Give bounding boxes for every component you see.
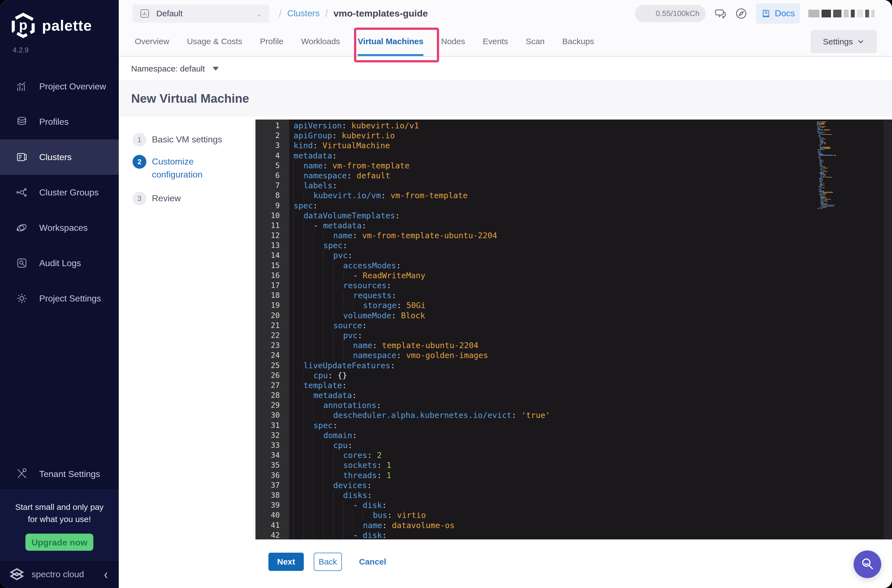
line-number: 3 (255, 141, 289, 150)
line-number: 34 (255, 450, 289, 460)
step-label: Basic VM settings (152, 133, 222, 147)
code-line: 11- metadata: (255, 220, 892, 231)
tab-backups[interactable]: Backups (562, 27, 594, 56)
upgrade-now-button[interactable]: Upgrade now (26, 534, 93, 551)
wizard-footer: Next Back Cancel (269, 553, 388, 571)
tab-nodes[interactable]: Nodes (441, 27, 465, 56)
line-number: 36 (255, 470, 289, 480)
compass-icon[interactable] (735, 7, 748, 20)
code-line: 33cpu: (255, 440, 892, 450)
sidebar-item-project-overview[interactable]: Project Overview (0, 69, 119, 104)
code-line: 17resources: (255, 280, 892, 290)
sidebar-item-workspaces[interactable]: Workspaces (0, 210, 119, 245)
yaml-code: 1apiVersion: kubevirt.io/v12apiGroup: ku… (255, 121, 892, 539)
step-number: 2 (132, 155, 146, 169)
editor-scrollbar[interactable] (884, 120, 892, 539)
code-line: 10dataVolumeTemplates: (255, 211, 892, 220)
line-number: 27 (255, 380, 289, 390)
tab-overview[interactable]: Overview (135, 27, 169, 56)
sidebar-item-tenant-settings[interactable]: Tenant Settings (0, 459, 119, 489)
step-number: 3 (132, 192, 146, 206)
breadcrumb-separator: / (325, 8, 328, 20)
back-button[interactable]: Back (314, 553, 342, 571)
code-line: 15accessModes: (255, 261, 892, 270)
code-line: 6namespace: default (255, 171, 892, 180)
next-button[interactable]: Next (269, 553, 304, 571)
code-line: 41name: datavolume-os (255, 520, 892, 530)
book-icon (761, 9, 771, 18)
search-icon (860, 556, 875, 572)
workspaces-icon (15, 221, 28, 234)
tab-profile[interactable]: Profile (260, 27, 283, 56)
tab-usage-costs[interactable]: Usage & Costs (187, 27, 242, 56)
code-line: 7labels: (255, 180, 892, 190)
namespace-bar: Namespace: default (119, 57, 892, 81)
settings-button[interactable]: Settings (811, 30, 877, 53)
tab-scan[interactable]: Scan (526, 27, 545, 56)
sidebar-item-cluster-groups[interactable]: Cluster Groups (0, 175, 119, 210)
tab-workloads[interactable]: Workloads (301, 27, 340, 56)
project-selector-value: Default (156, 9, 256, 18)
wizard-step-3[interactable]: 3Review (132, 192, 255, 206)
breadcrumb: / Clusters / vmo-templates-guide (279, 0, 428, 27)
line-number: 9 (255, 201, 289, 211)
project-selector[interactable]: Default ⌄ (132, 4, 269, 22)
sidebar-item-profiles[interactable]: Profiles (0, 104, 119, 140)
sidebar-item-clusters[interactable]: Clusters (0, 140, 119, 175)
docs-button-label: Docs (775, 8, 795, 18)
code-line: 35sockets: 1 (255, 460, 892, 470)
tab-virtual-machines[interactable]: Virtual Machines (357, 27, 423, 56)
line-number: 28 (255, 390, 289, 400)
code-line: 8kubevirt.io/vm: vm-from-template (255, 190, 892, 200)
line-number: 33 (255, 440, 289, 450)
sidebar-item-label: Workspaces (39, 223, 87, 233)
cancel-button[interactable]: Cancel (357, 557, 388, 567)
sidebar-item-project-settings[interactable]: Project Settings (0, 281, 119, 316)
brand-logo: p palette (0, 0, 119, 38)
chart-icon (15, 80, 28, 93)
line-number: 42 (255, 530, 289, 539)
tenant-settings-label: Tenant Settings (39, 469, 100, 479)
line-number: 18 (255, 290, 289, 300)
page-header: New Virtual Machine (119, 81, 892, 116)
sidebar-menu: Project OverviewProfilesClustersCluster … (0, 69, 119, 316)
chat-icon[interactable] (714, 7, 727, 20)
layers-icon (15, 116, 28, 128)
code-line: 4metadata: (255, 151, 892, 160)
sidebar-item-label: Cluster Groups (39, 188, 99, 198)
code-line: 25liveUpdateFeatures: (255, 360, 892, 370)
code-line: 30descheduler.alpha.kubernetes.io/evict:… (255, 410, 892, 420)
project-icon (139, 8, 150, 19)
breadcrumb-clusters-link[interactable]: Clusters (287, 8, 320, 18)
code-line: 3kind: VirtualMachine (255, 141, 892, 150)
code-line: 39- disk: (255, 500, 892, 510)
clusters-icon (15, 151, 28, 164)
code-line: 18requests: (255, 290, 892, 300)
wizard-step-1[interactable]: 1Basic VM settings (132, 133, 255, 147)
yaml-editor[interactable]: 1apiVersion: kubevirt.io/v12apiGroup: ku… (255, 120, 892, 539)
sidebar-item-audit-logs[interactable]: Audit Logs (0, 245, 119, 281)
breadcrumb-separator: / (279, 8, 282, 20)
audit-icon (15, 257, 28, 269)
spectro-cloud-logo-icon (8, 566, 26, 583)
code-line: 14pvc: (255, 250, 892, 260)
line-number: 16 (255, 270, 289, 280)
editor-minimap[interactable] (817, 121, 853, 209)
code-line: 42- disk: (255, 530, 892, 539)
page-title: New Virtual Machine (131, 92, 249, 105)
line-number: 31 (255, 420, 289, 430)
usage-quota-badge: 0.55/100kCh (635, 5, 706, 22)
search-fab-button[interactable] (854, 550, 881, 578)
caret-down-icon[interactable] (213, 67, 219, 70)
line-number: 14 (255, 250, 289, 260)
code-line: 22pvc: (255, 330, 892, 340)
wizard-step-2[interactable]: 2Customize configuration (132, 155, 255, 181)
docs-button[interactable]: Docs (756, 3, 800, 24)
footer-brand: spectro cloud (32, 569, 98, 579)
code-line: 31spec: (255, 420, 892, 430)
collapse-sidebar-icon[interactable]: ‹ (104, 566, 108, 582)
chevron-down-icon: ⌄ (256, 9, 263, 18)
code-line: 29annotations: (255, 400, 892, 410)
code-line: 19storage: 50Gi (255, 300, 892, 310)
tab-events[interactable]: Events (483, 27, 508, 56)
